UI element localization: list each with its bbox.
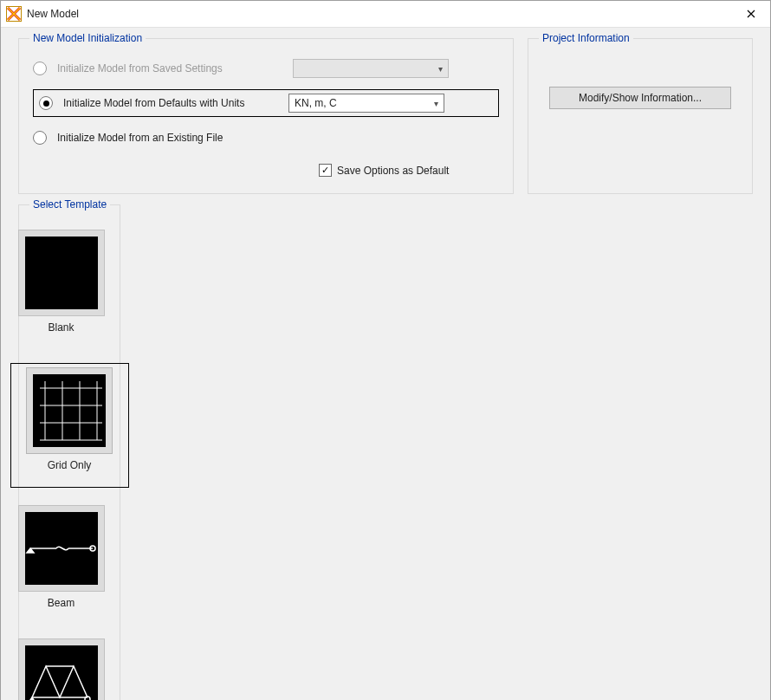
project-info-group: Project Information Modify/Show Informat…	[528, 38, 753, 194]
template-beam[interactable]: Beam	[10, 505, 113, 621]
select-template-legend: Select Template	[29, 198, 110, 211]
save-default-row[interactable]: Save Options as Default	[319, 164, 499, 177]
radio-saved	[33, 62, 47, 75]
new-model-dialog: New Model New Model Initialization Initi…	[0, 0, 771, 700]
init-option-existing-label: Initialize Model from an Existing File	[57, 132, 282, 144]
radio-existing[interactable]	[33, 131, 47, 145]
save-default-checkbox[interactable]	[319, 164, 332, 177]
2d-truss-icon	[25, 645, 98, 700]
grid-icon	[33, 374, 106, 447]
save-default-label: Save Options as Default	[337, 165, 449, 177]
template-2d-trusses[interactable]: 2D Trusses	[10, 638, 113, 700]
select-template-group: Select Template Blank	[18, 204, 120, 700]
project-info-legend: Project Information	[539, 32, 633, 44]
window-close-button[interactable]	[731, 1, 770, 27]
blank-icon	[25, 237, 98, 309]
units-select-value: KN, m, C	[295, 97, 337, 109]
init-option-saved: Initialize Model from Saved Settings ▾	[33, 56, 499, 81]
saved-units-select: ▾	[293, 59, 449, 78]
templates-grid: Blank Grid Only	[10, 223, 129, 700]
init-option-defaults-row: Initialize Model from Defaults with Unit…	[33, 89, 499, 117]
titlebar: New Model	[1, 1, 770, 28]
init-option-defaults-label[interactable]: Initialize Model from Defaults with Unit…	[63, 97, 278, 109]
close-icon	[747, 10, 755, 18]
template-blank[interactable]: Blank	[10, 230, 113, 346]
units-select[interactable]: KN, m, C ▾	[288, 94, 444, 113]
chevron-down-icon: ▾	[438, 64, 443, 74]
svg-point-16	[85, 697, 90, 700]
window-title: New Model	[27, 8, 79, 20]
template-grid-only[interactable]: Grid Only	[10, 363, 129, 488]
beam-icon	[25, 512, 98, 585]
radio-defaults[interactable]	[39, 96, 53, 110]
modify-show-info-button[interactable]: Modify/Show Information...	[549, 87, 731, 109]
init-option-existing[interactable]: Initialize Model from an Existing File	[33, 126, 499, 150]
chevron-down-icon: ▾	[434, 99, 438, 108]
init-legend: New Model Initialization	[29, 32, 146, 44]
init-group: New Model Initialization Initialize Mode…	[18, 38, 514, 194]
init-option-saved-label: Initialize Model from Saved Settings	[57, 62, 282, 75]
app-icon	[6, 6, 22, 22]
